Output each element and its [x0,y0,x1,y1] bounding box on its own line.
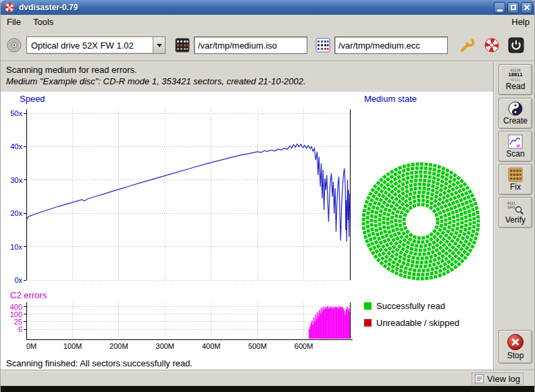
toolbar: Optical drive 52X FW 1.02 [1,30,535,61]
header: Scanning medium for read errors. Medium … [1,62,493,92]
preferences-button[interactable] [459,36,476,54]
svg-text:300M: 300M [156,342,175,350]
yin-yang-icon [508,101,523,116]
window-controls [494,2,532,13]
desktop-strip [1,386,535,392]
binary-line: 10011 [508,72,522,78]
legend-item-unreadable: Unreadable / skipped [364,314,459,331]
scan-visualization: 50x40x30x20x10x0x4001002560M100M200M300M… [1,92,493,370]
speed-chart-title: Speed [20,94,45,104]
legend: Successfully read Unreadable / skipped [364,298,459,331]
svg-text:30x: 30x [10,176,22,184]
legend-swatch-unreadable [364,319,372,327]
wrench-icon [459,36,476,54]
svg-text:25: 25 [14,318,22,326]
read-button-label: Read [506,82,526,91]
svg-text:20x: 20x [10,209,22,217]
create-button-label: Create [503,117,528,125]
dropdown-arrow-icon [153,37,165,53]
stop-button-label: Stop [507,352,524,360]
ecc-file-icon [315,38,330,53]
verify-magnifier-icon: 0111 1001 [507,200,524,215]
log-icon [475,374,484,383]
medium-info-line: Medium "Example disc": CD-R mode 1, 3534… [6,76,306,86]
iso-path-input[interactable] [194,36,307,54]
status-line: Scanning medium for read errors. [6,65,137,75]
stop-icon [507,333,524,351]
minimize-button[interactable] [494,2,505,13]
quit-button[interactable] [507,36,525,54]
titlebar[interactable]: dvdisaster-0.79 [1,0,535,15]
menu-tools[interactable]: Tools [27,15,59,30]
create-button[interactable]: Create [499,98,532,129]
binary-line: 00111 [510,78,520,82]
read-button[interactable]: 01110 10011 00111 Read [499,64,532,95]
scan-button[interactable]: Scan [499,131,532,162]
minimize-icon [497,9,503,11]
statusbar: View log [1,370,535,386]
menu-file[interactable]: File [1,15,27,30]
maximize-icon [511,5,516,10]
close-button[interactable] [521,2,532,13]
ecc-path-input[interactable] [334,36,448,54]
drive-selector[interactable]: Optical drive 52X FW 1.02 [26,36,165,54]
close-icon [524,4,530,11]
app-window: dvdisaster-0.79 File Tools Help Optical [0,0,535,392]
view-log-button[interactable]: View log [472,372,524,385]
legend-swatch-success [364,302,372,310]
power-icon [508,37,524,53]
svg-text:0M: 0M [26,342,36,350]
legend-item-success: Successfully read [364,298,459,314]
fix-button-label: Fix [510,183,521,192]
svg-text:600M: 600M [295,342,313,350]
svg-text:40x: 40x [10,142,22,150]
fix-blocks-icon [508,167,523,182]
verify-button[interactable]: 0111 1001 Verify [499,197,532,228]
scan-chart-icon [508,134,523,149]
stop-button[interactable]: Stop [499,330,532,364]
svg-text:50x: 50x [10,109,22,117]
help-button[interactable] [483,36,501,54]
c2-errors-title: C2 errors [10,290,47,300]
binary-read-icon: 01110 10011 00111 [508,69,522,82]
svg-text:500M: 500M [248,342,267,350]
svg-text:0x: 0x [14,276,22,284]
menu-help[interactable]: Help [505,15,535,30]
fix-button[interactable]: Fix [499,164,532,195]
view-log-label: View log [487,374,520,384]
svg-text:200M: 200M [109,342,128,350]
svg-text:400M: 400M [202,342,221,350]
magnifier-icon [515,206,524,215]
verify-button-label: Verify [505,216,526,225]
scan-result-text: Scanning finished: All sectors successfu… [6,358,193,368]
maximize-button[interactable] [507,2,519,13]
menubar: File Tools Help [1,15,535,30]
drive-selector-value: Optical drive 52X FW 1.02 [27,40,153,51]
window-title: dvdisaster-0.79 [19,3,78,12]
legend-label-unreadable: Unreadable / skipped [376,318,459,328]
svg-text:6: 6 [18,325,22,333]
scan-button-label: Scan [506,150,524,159]
app-icon [4,2,15,13]
lifebuoy-icon [484,37,500,53]
optical-drive-icon [6,37,22,53]
iso-file-icon [175,38,190,53]
legend-label-success: Successfully read [376,301,445,311]
medium-state-title: Medium state [364,94,417,104]
svg-text:10x: 10x [10,243,22,251]
svg-text:100M: 100M [63,342,82,350]
action-sidebar: 01110 10011 00111 Read Create Scan [493,62,535,370]
